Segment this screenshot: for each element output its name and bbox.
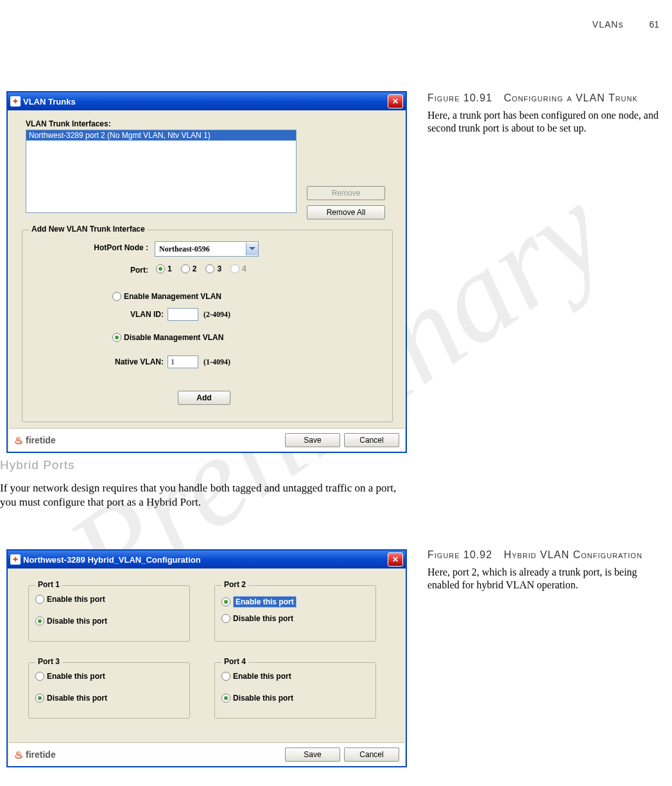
hotport-dropdown[interactable]: Northeast-0596 bbox=[155, 241, 259, 257]
port1-disable-radio[interactable]: Disable this port bbox=[35, 617, 107, 626]
close-icon[interactable]: ✕ bbox=[388, 94, 403, 108]
figure-label: Figure 10.92 bbox=[427, 549, 492, 560]
section-paragraph: If your network design requires that you… bbox=[0, 481, 404, 509]
port-radio-3[interactable]: 3 bbox=[205, 264, 221, 273]
port3-enable-radio[interactable]: Enable this port bbox=[35, 672, 105, 681]
remove-all-button[interactable]: Remove All bbox=[307, 205, 385, 219]
port1-enable-radio[interactable]: Enable this port bbox=[35, 595, 105, 604]
port-radio-4: 4 bbox=[230, 264, 246, 273]
list-item[interactable]: Northwest-3289 port 2 (No Mgmt VLAN, Ntv… bbox=[26, 130, 296, 141]
hybrid-vlan-dialog: ✦ Northwest-3289 Hybrid_VLAN_Configurati… bbox=[6, 549, 407, 767]
dialog-footer: ♨firetide Save Cancel bbox=[9, 742, 404, 766]
remove-button: Remove bbox=[307, 186, 385, 200]
group-legend: Add New VLAN Trunk Interface bbox=[29, 225, 148, 234]
vlan-id-hint: (2-4094) bbox=[203, 310, 230, 320]
add-button[interactable]: Add bbox=[178, 391, 230, 405]
figure-desc: Here, a trunk port has been configured o… bbox=[427, 109, 659, 135]
dialog-title: VLAN Trunks bbox=[23, 97, 76, 107]
port1-legend: Port 1 bbox=[35, 580, 62, 589]
save-button[interactable]: Save bbox=[285, 748, 340, 762]
native-vlan-input[interactable] bbox=[168, 355, 198, 368]
vlan-id-label: VLAN ID: bbox=[35, 310, 164, 319]
add-trunk-group: Add New VLAN Trunk Interface HotPort Nod… bbox=[22, 230, 393, 422]
hotport-value: Northeast-0596 bbox=[155, 244, 246, 254]
close-icon[interactable]: ✕ bbox=[388, 552, 403, 567]
figure-caption-1: Figure 10.91 Configuring a VLAN Trunk He… bbox=[427, 92, 659, 135]
port4-group: Port 4 Enable this port Disable this por… bbox=[214, 662, 376, 719]
native-vlan-hint: (1-4094) bbox=[203, 357, 230, 367]
figure-label: Figure 10.91 bbox=[427, 92, 492, 103]
header-section: VLANs bbox=[592, 19, 624, 30]
vlan-interfaces-label: VLAN Trunk Interfaces: bbox=[26, 119, 111, 128]
section-heading: Hybrid Ports bbox=[0, 458, 75, 472]
flame-icon: ♨ bbox=[14, 434, 23, 447]
brand-logo: ♨firetide bbox=[14, 749, 56, 761]
port1-group: Port 1 Enable this port Disable this por… bbox=[28, 585, 190, 642]
dialog-title: Northwest-3289 Hybrid_VLAN_Configuration bbox=[23, 555, 201, 565]
figure-title: Hybrid VLAN Configuration bbox=[504, 549, 642, 560]
save-button[interactable]: Save bbox=[285, 433, 340, 447]
vlan-id-input[interactable] bbox=[168, 308, 198, 321]
flame-icon: ♨ bbox=[14, 749, 23, 761]
app-icon: ✦ bbox=[10, 554, 21, 565]
disable-mgmt-vlan-radio[interactable]: Disable Management VLAN bbox=[112, 333, 223, 342]
chevron-down-icon[interactable] bbox=[246, 243, 258, 255]
port3-group: Port 3 Enable this port Disable this por… bbox=[28, 662, 190, 719]
port4-legend: Port 4 bbox=[221, 657, 248, 666]
port-radio-1[interactable]: 1 bbox=[156, 264, 172, 273]
dialog-footer: ♨firetide Save Cancel bbox=[9, 428, 404, 452]
vlan-interfaces-list[interactable]: Northwest-3289 port 2 (No Mgmt VLAN, Ntv… bbox=[26, 130, 297, 213]
figure-desc: Here, port 2, which is already a trunk p… bbox=[427, 566, 659, 592]
vlan-trunks-dialog: ✦ VLAN Trunks ✕ VLAN Trunk Interfaces: N… bbox=[6, 91, 407, 453]
port2-enable-radio[interactable]: Enable this port bbox=[221, 596, 297, 608]
page-header: VLANs 61 bbox=[592, 19, 659, 30]
port3-legend: Port 3 bbox=[35, 657, 62, 666]
port4-enable-radio[interactable]: Enable this port bbox=[221, 672, 291, 681]
port4-disable-radio[interactable]: Disable this port bbox=[221, 694, 293, 703]
port2-group: Port 2 Enable this port Disable this por… bbox=[214, 585, 376, 642]
port-radio-2[interactable]: 2 bbox=[181, 264, 197, 273]
enable-mgmt-vlan-radio[interactable]: Enable Management VLAN bbox=[112, 292, 221, 301]
cancel-button[interactable]: Cancel bbox=[344, 433, 399, 447]
hotport-label: HotPort Node : bbox=[33, 243, 148, 252]
header-page-number: 61 bbox=[649, 19, 659, 30]
port2-legend: Port 2 bbox=[221, 580, 248, 589]
brand-logo: ♨firetide bbox=[14, 434, 56, 447]
native-vlan-label: Native VLAN: bbox=[35, 357, 164, 366]
dialog-titlebar[interactable]: ✦ VLAN Trunks ✕ bbox=[8, 92, 406, 110]
figure-caption-2: Figure 10.92 Hybrid VLAN Configuration H… bbox=[427, 549, 659, 592]
port-label: Port: bbox=[33, 266, 148, 275]
cancel-button[interactable]: Cancel bbox=[344, 748, 399, 762]
figure-title: Configuring a VLAN Trunk bbox=[504, 92, 638, 103]
port3-disable-radio[interactable]: Disable this port bbox=[35, 694, 107, 703]
port2-disable-radio[interactable]: Disable this port bbox=[221, 614, 293, 623]
dialog-titlebar[interactable]: ✦ Northwest-3289 Hybrid_VLAN_Configurati… bbox=[8, 551, 406, 568]
app-icon: ✦ bbox=[10, 96, 21, 107]
